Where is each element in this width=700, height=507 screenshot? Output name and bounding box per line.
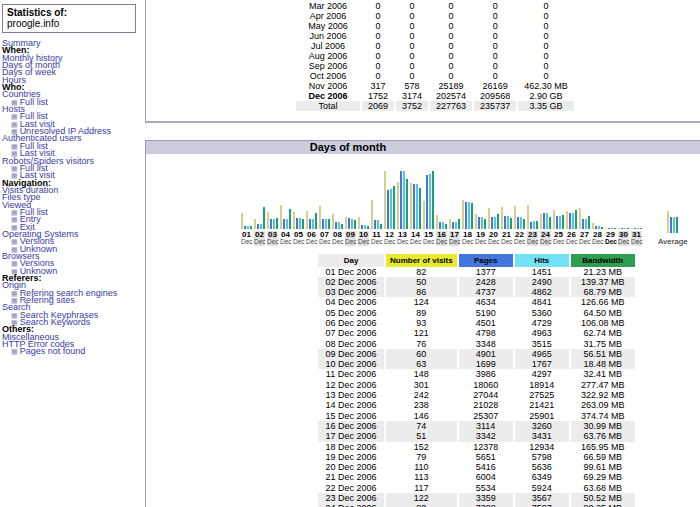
bar-hits — [429, 174, 431, 229]
day-value-cell: 4862 — [515, 287, 569, 297]
bar-bandwidth-mb — [471, 203, 473, 229]
chart-day-bars — [618, 169, 629, 229]
list-icon: ▦ — [11, 165, 18, 172]
days-table-header-hits: Hits — [515, 254, 569, 267]
month-label: Dec 2006 — [296, 91, 360, 101]
day-value-cell: 89 — [386, 308, 457, 318]
chart-day-bars — [605, 169, 616, 229]
chart-day-bars — [371, 169, 382, 229]
days-table-row-18-dec-2006: 18 Dec 20061521237812934165.95 MB — [318, 442, 635, 452]
days-table-row-10-dec-2006: 10 Dec 2006631699176718.48 MB — [318, 359, 635, 369]
day-value-cell: 3515 — [515, 339, 569, 349]
days-table-row-01-dec-2006: 01 Dec 2006821377145121.23 MB — [318, 267, 635, 277]
day-cell: 20 Dec 2006 — [318, 462, 384, 472]
day-cell: 22 Dec 2006 — [318, 483, 384, 493]
chart-average-label: Average — [658, 237, 688, 246]
monthly-total-row: Total206937522277632357373.35 GB — [296, 101, 574, 111]
chart-day-label: 25Dec — [553, 231, 564, 246]
bar-bandwidth-mb — [536, 221, 538, 229]
month-label: Aug 2006 — [296, 51, 360, 61]
month-value: 0 — [518, 41, 574, 51]
bar-hits — [260, 224, 262, 229]
chart-day-bars — [579, 169, 590, 229]
chart-day-number: 10 — [358, 231, 369, 239]
monthly-row-nov-2006: Nov 20063175782518926169462.30 MB — [296, 81, 574, 91]
day-value-cell: 121 — [386, 328, 457, 338]
chart-day-19: 19Dec — [475, 169, 486, 246]
bar-hits — [546, 213, 548, 229]
day-value-cell: 322.92 MB — [571, 390, 635, 400]
day-value-cell: 238 — [386, 400, 457, 410]
day-value-cell: 3359 — [459, 493, 513, 503]
bar-number-of-visits — [358, 217, 360, 229]
month-value: 0 — [474, 31, 516, 41]
month-value: 0 — [362, 1, 394, 11]
bar-pages — [517, 217, 519, 229]
bar-pages — [348, 218, 350, 229]
chart-day-07: 07Dec — [319, 169, 330, 246]
day-value-cell: 50.52 MB — [571, 493, 635, 503]
day-value-cell: 74 — [386, 421, 457, 431]
day-cell: 05 Dec 2006 — [318, 308, 384, 318]
chart-day-bars — [345, 169, 356, 229]
sidebar: Statistics of: proogle.info SummaryWhen:… — [2, 4, 143, 356]
chart-day-label: 18Dec — [462, 231, 473, 246]
month-value: 0 — [474, 21, 516, 31]
chart-day-number: 23 — [527, 231, 538, 239]
bar-bandwidth-mb — [419, 188, 421, 229]
chart-day-number: 22 — [514, 231, 525, 239]
bar-bandwidth-mb — [614, 228, 616, 229]
monthly-row-apr-2006: Apr 200600000 — [296, 11, 574, 21]
day-cell: 11 Dec 2006 — [318, 369, 384, 379]
month-value: 0 — [396, 1, 428, 11]
chart-day-label: 19Dec — [475, 231, 486, 246]
chart-day-number: 08 — [332, 231, 343, 239]
day-value-cell: 242 — [386, 390, 457, 400]
month-value: 0 — [474, 61, 516, 71]
month-value: 0 — [396, 21, 428, 31]
bar-number-of-visits — [514, 206, 516, 229]
day-value-cell: 64.50 MB — [571, 308, 635, 318]
day-value-cell: 50 — [386, 277, 457, 287]
bar-bandwidth-mb — [484, 219, 486, 229]
day-cell: 04 Dec 2006 — [318, 297, 384, 307]
day-value-cell: 5534 — [459, 483, 513, 493]
bar-number-of-visits — [280, 205, 282, 229]
days-table-row-07-dec-2006: 07 Dec 20061214798496362.74 MB — [318, 328, 635, 338]
day-value-cell: 6004 — [459, 472, 513, 482]
bar-bandwidth-mb — [302, 219, 304, 229]
bar-hits — [572, 213, 574, 229]
bar-pages — [491, 217, 493, 229]
bar-pages — [335, 222, 337, 229]
month-value: 0 — [474, 51, 516, 61]
day-value-cell: 51 — [386, 431, 457, 441]
day-cell: 08 Dec 2006 — [318, 339, 384, 349]
day-value-cell: 63.68 MB — [571, 483, 635, 493]
chart-day-number: 05 — [293, 231, 304, 239]
chart-day-label: 11Dec — [371, 231, 382, 246]
day-value-cell: 63 — [386, 359, 457, 369]
sidebar-item-pages-not-found[interactable]: ▦Pages not found — [2, 348, 143, 355]
bar-bandwidth-mb — [341, 224, 343, 229]
day-value-cell: 165.95 MB — [571, 442, 635, 452]
bar-number-of-visits — [527, 205, 529, 229]
site-name: proogle.info — [7, 18, 59, 29]
month-value: 1752 — [362, 91, 394, 101]
day-value-cell: 69.29 MB — [571, 472, 635, 482]
day-value-cell: 301 — [386, 380, 457, 390]
chart-day-bars — [540, 169, 551, 229]
bar-hits — [325, 219, 327, 229]
chart-day-label: 02Dec — [254, 231, 265, 246]
day-value-cell: 122 — [386, 493, 457, 503]
bar-hits — [312, 219, 314, 229]
bar-number-of-visits — [618, 228, 620, 229]
chart-day-label: 06Dec — [306, 231, 317, 246]
month-value: 0 — [396, 31, 428, 41]
bar-number-of-visits — [667, 211, 669, 233]
chart-day-13: 13Dec — [397, 169, 408, 246]
day-cell: 19 Dec 2006 — [318, 452, 384, 462]
day-value-cell: 124 — [386, 297, 457, 307]
days-table-header-number-of-visits: Number of visits — [386, 254, 457, 267]
chart-day-label: 22Dec — [514, 231, 525, 246]
month-value: 0 — [474, 41, 516, 51]
